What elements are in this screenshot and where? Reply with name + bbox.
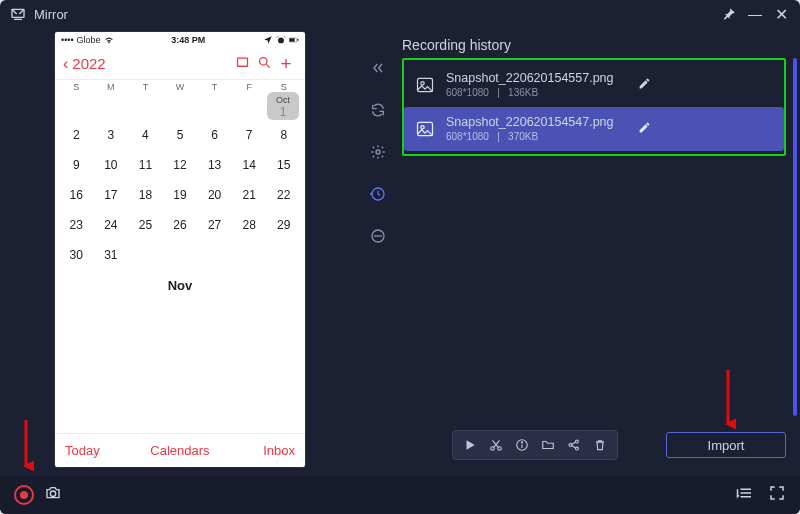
calendar-footer: Today Calendars Inbox (55, 433, 305, 467)
svg-point-9 (376, 150, 380, 154)
calendar-day[interactable]: 22 (266, 188, 301, 202)
side-toolstrip (360, 28, 396, 476)
settings-icon[interactable] (366, 140, 390, 164)
calendar-day[interactable]: 15 (266, 158, 301, 172)
calendar-day[interactable]: 31 (94, 248, 129, 262)
pin-button[interactable] (720, 5, 738, 23)
search-icon[interactable] (253, 55, 275, 73)
calendar-day[interactable]: 29 (266, 218, 301, 232)
add-icon[interactable]: + (275, 53, 297, 75)
collapse-icon[interactable] (366, 56, 390, 80)
svg-point-13 (421, 82, 424, 85)
month-badge-day: 1 (280, 106, 287, 118)
calendar-day[interactable]: 6 (197, 128, 232, 142)
alarm-icon (276, 35, 286, 45)
file-info: 608*1080 | 370KB (446, 131, 614, 144)
import-button[interactable]: Import (666, 432, 786, 458)
calendar-week: 23242526272829 (59, 210, 301, 240)
calendar-day[interactable]: 20 (197, 188, 232, 202)
calendar-day[interactable]: 19 (163, 188, 198, 202)
calendars-button[interactable]: Calendars (115, 443, 245, 458)
dow-cell: W (163, 82, 198, 92)
dow-cell: T (197, 82, 232, 92)
import-label: Import (708, 438, 745, 453)
record-button[interactable] (14, 485, 34, 505)
cut-icon[interactable] (485, 435, 507, 455)
edit-icon[interactable] (638, 76, 651, 94)
month-badge-label: Oct (276, 96, 290, 105)
calendar-day[interactable]: 25 (128, 218, 163, 232)
edit-icon[interactable] (638, 120, 651, 138)
calendar-week: 2345678 (59, 120, 301, 150)
calendar-day[interactable]: 21 (232, 188, 267, 202)
calendar-day[interactable]: 10 (94, 158, 129, 172)
calendar-day[interactable]: 28 (232, 218, 267, 232)
calendar-day[interactable]: 23 (59, 218, 94, 232)
wifi-icon (104, 35, 114, 45)
calendar-grid[interactable]: 2345678910111213141516171819202122232425… (55, 118, 305, 272)
history-item[interactable]: Snapshot_220620154547.png 608*1080 | 370… (404, 107, 784, 151)
info-icon[interactable] (511, 435, 533, 455)
calendar-day[interactable]: 3 (94, 128, 129, 142)
file-name: Snapshot_220620154557.png (446, 71, 614, 87)
scrollbar[interactable] (793, 58, 797, 416)
svg-point-7 (259, 57, 267, 65)
signal-icon: •••• (61, 35, 74, 45)
calendar-day[interactable]: 4 (128, 128, 163, 142)
calendar-day[interactable]: 17 (94, 188, 129, 202)
back-chevron-icon[interactable]: ‹ (63, 55, 68, 73)
phone-status-bar: •••• Globe 3:48 PM (55, 32, 305, 48)
calendar-day[interactable]: 27 (197, 218, 232, 232)
calendar-year[interactable]: 2022 (72, 55, 231, 72)
sync-icon[interactable] (366, 98, 390, 122)
image-icon (414, 75, 436, 95)
share-icon[interactable] (563, 435, 585, 455)
minimize-button[interactable]: — (746, 5, 764, 23)
history-icon[interactable] (366, 182, 390, 206)
calendar-day[interactable]: 9 (59, 158, 94, 172)
exit-icon[interactable] (366, 224, 390, 248)
history-item[interactable]: Snapshot_220620154557.png 608*1080 | 136… (404, 63, 784, 107)
image-icon (414, 119, 436, 139)
inbox-button[interactable]: Inbox (245, 443, 305, 458)
play-icon[interactable] (459, 435, 481, 455)
location-icon (263, 35, 273, 45)
month-badge[interactable]: Oct 1 (267, 92, 299, 120)
delete-icon[interactable] (589, 435, 611, 455)
box-icon[interactable] (231, 55, 253, 73)
right-panel: Recording history Snapshot_220620154557.… (396, 28, 800, 476)
calendar-week: 9101112131415 (59, 150, 301, 180)
svg-line-24 (572, 442, 576, 444)
svg-rect-5 (237, 58, 247, 66)
calendar-day[interactable]: 5 (163, 128, 198, 142)
svg-line-25 (572, 446, 576, 448)
calendar-day[interactable]: 18 (128, 188, 163, 202)
folder-icon[interactable] (537, 435, 559, 455)
calendar-day[interactable]: 2 (59, 128, 94, 142)
calendar-day[interactable]: 11 (128, 158, 163, 172)
phone-screen: •••• Globe 3:48 PM ‹ 2022 (55, 32, 305, 467)
calendar-day[interactable]: 13 (197, 158, 232, 172)
calendar-day[interactable]: 24 (94, 218, 129, 232)
next-month-label: Nov (55, 272, 305, 295)
calendar-header: ‹ 2022 + (55, 48, 305, 80)
calendar-day[interactable]: 30 (59, 248, 94, 262)
svg-line-8 (266, 64, 269, 67)
calendar-day[interactable]: 12 (163, 158, 198, 172)
calendar-day[interactable]: 14 (232, 158, 267, 172)
calendar-week: 3031 (59, 240, 301, 270)
calendar-day[interactable]: 16 (59, 188, 94, 202)
calendar-day[interactable]: 8 (266, 128, 301, 142)
list-icon[interactable] (736, 484, 754, 506)
close-button[interactable]: ✕ (772, 5, 790, 23)
today-button[interactable]: Today (55, 443, 115, 458)
calendar-day[interactable]: 26 (163, 218, 198, 232)
calendar-day[interactable]: 7 (232, 128, 267, 142)
dow-cell: F (232, 82, 267, 92)
mirror-area: •••• Globe 3:48 PM ‹ 2022 (0, 28, 360, 476)
svg-point-1 (278, 38, 284, 44)
svg-point-15 (421, 126, 424, 129)
fullscreen-icon[interactable] (768, 484, 786, 506)
calendar-week: 16171819202122 (59, 180, 301, 210)
camera-button[interactable] (44, 485, 62, 505)
